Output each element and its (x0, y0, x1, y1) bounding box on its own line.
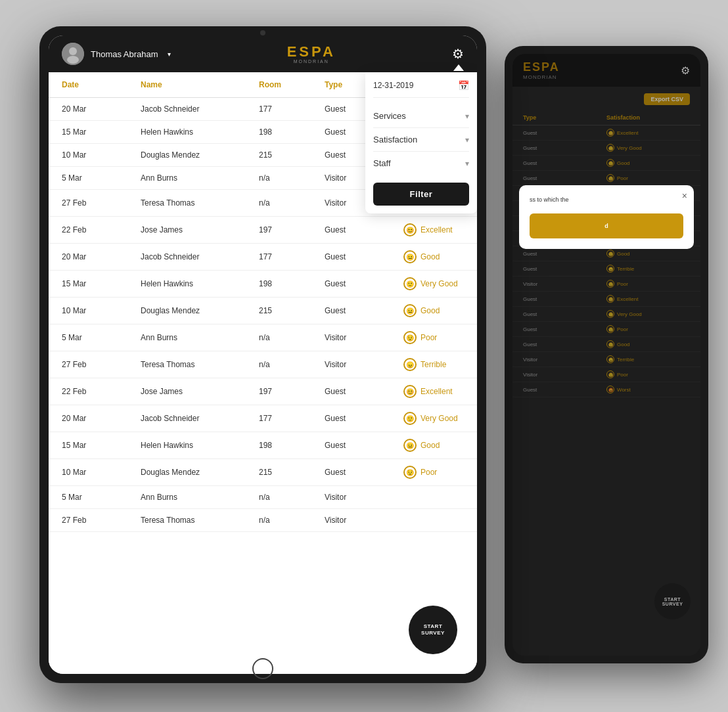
cell-name: Ann Burns (141, 493, 259, 502)
cell-name: Jacob Schneider (141, 104, 259, 114)
cell-room: 215 (259, 468, 325, 477)
cell-type: Guest (325, 279, 403, 288)
satisfaction-icon: 😊 (403, 385, 417, 398)
cell-room: n/a (259, 333, 325, 342)
cell-date: 27 Feb (62, 360, 141, 369)
cell-room: n/a (259, 516, 325, 525)
cell-date: 15 Mar (62, 279, 141, 288)
dialog-close-button[interactable]: × (682, 190, 687, 201)
cell-date: 10 Mar (62, 150, 141, 160)
satisfaction-label: Very Good (421, 279, 458, 288)
cell-type: Visitor (325, 333, 403, 342)
logo-area: ESPA MONDRIAN (287, 45, 336, 64)
app-logo-sub: MONDRIAN (287, 59, 336, 64)
cell-name: Douglas Mendez (141, 150, 259, 160)
cell-name: Ann Burns (141, 173, 259, 183)
filter-services-chevron: ▾ (465, 112, 469, 121)
cell-date: 22 Feb (62, 387, 141, 396)
filter-staff-chevron: ▾ (465, 159, 469, 168)
cell-name: Helen Hawkins (141, 441, 259, 450)
cell-name: Teresa Thomas (141, 198, 259, 208)
col-name: Name (141, 80, 259, 89)
calendar-icon[interactable]: 📅 (458, 80, 469, 91)
cell-name: Helen Hawkins (141, 279, 259, 288)
cell-room: 215 (259, 306, 325, 315)
satisfaction-label: Terrible (421, 360, 446, 369)
table-row: 15 MarHelen Hawkins198Guest😐Good (49, 432, 477, 459)
satisfaction-label: Very Good (421, 414, 458, 423)
start-survey-button[interactable]: STARTSURVEY (409, 606, 457, 654)
filter-satisfaction-item[interactable]: Satisfaction ▾ (373, 128, 469, 152)
table-row: 10 MarDouglas Mendez215Guest😟Poor (49, 459, 477, 486)
dialog-confirm-button[interactable]: d (530, 213, 683, 238)
satisfaction-icon: 😠 (403, 358, 417, 371)
cell-date: 15 Mar (62, 127, 141, 137)
satisfaction-icon: 😐 (403, 439, 417, 452)
cell-name: Jacob Schneider (141, 252, 259, 261)
cell-type: Guest (325, 225, 403, 234)
cell-name: Douglas Mendez (141, 468, 259, 477)
satisfaction-icon: 😐 (403, 250, 417, 263)
home-button[interactable] (252, 658, 273, 679)
col-date: Date (62, 80, 141, 89)
app-logo: ESPA (287, 45, 336, 59)
cell-date: 27 Feb (62, 516, 141, 525)
filter-apply-button[interactable]: Filter (373, 183, 469, 206)
svg-point-2 (67, 56, 79, 64)
satisfaction-icon: 😊 (403, 223, 417, 236)
dialog-confirm-label: d (535, 219, 678, 233)
user-dropdown-chevron[interactable]: ▾ (168, 51, 171, 58)
cell-name: Douglas Mendez (141, 306, 259, 315)
cell-satisfaction: 😠Terrible (403, 358, 464, 371)
cell-satisfaction: 😊Excellent (403, 223, 464, 236)
background-tablet: ESPA MONDRIAN ⚙ Export CSV Type Satisfac… (505, 46, 708, 663)
filter-icon-button[interactable]: ⚙ (452, 46, 464, 62)
satisfaction-icon: 🙂 (403, 277, 417, 290)
cell-satisfaction: 🙂Very Good (403, 277, 464, 290)
app-header: Thomas Abraham ▾ ESPA MONDRIAN ⚙ (49, 35, 477, 72)
satisfaction-icon: 😟 (403, 466, 417, 479)
table-row: 20 MarJacob Schneider177Guest😐Good (49, 244, 477, 271)
main-tablet: Thomas Abraham ▾ ESPA MONDRIAN ⚙ 12-31-2… (39, 26, 486, 683)
cell-room: 198 (259, 127, 325, 137)
cell-name: Ann Burns (141, 333, 259, 342)
table-row: 22 FebJose James197Guest😊Excellent (49, 217, 477, 244)
table-row: 5 MarAnn Burnsn/aVisitor (49, 486, 477, 509)
filter-staff-item[interactable]: Staff ▾ (373, 152, 469, 175)
cell-type: Guest (325, 252, 403, 261)
satisfaction-label: Good (421, 306, 440, 315)
dialog-text: ss to which the (530, 196, 683, 204)
cell-room: 215 (259, 150, 325, 160)
satisfaction-icon: 🙂 (403, 412, 417, 425)
svg-point-1 (69, 47, 77, 55)
filter-satisfaction-chevron: ▾ (465, 135, 469, 145)
table-row: 10 MarDouglas Mendez215Guest😐Good (49, 298, 477, 324)
cell-satisfaction: 😐Good (403, 439, 464, 452)
cell-type: Guest (325, 306, 403, 315)
cell-name: Jose James (141, 387, 259, 396)
cell-satisfaction: 🙂Very Good (403, 412, 464, 425)
table-row: 5 MarAnn Burnsn/aVisitor😟Poor (49, 324, 477, 351)
dialog-overlay: × ss to which the d (512, 54, 700, 656)
dialog-box: × ss to which the d (519, 185, 694, 249)
cell-date: 5 Mar (62, 493, 141, 502)
cell-satisfaction: 😊Excellent (403, 385, 464, 398)
satisfaction-label: Excellent (421, 387, 453, 396)
satisfaction-label: Excellent (421, 225, 453, 234)
filter-services-item[interactable]: Services ▾ (373, 104, 469, 128)
cell-date: 15 Mar (62, 441, 141, 450)
cell-name: Jacob Schneider (141, 414, 259, 423)
filter-staff-label: Staff (373, 158, 391, 168)
cell-room: n/a (259, 198, 325, 208)
table-row: 22 FebJose James197Guest😊Excellent (49, 378, 477, 405)
cell-name: Teresa Thomas (141, 516, 259, 525)
cell-type: Visitor (325, 516, 403, 525)
cell-room: n/a (259, 360, 325, 369)
cell-room: 198 (259, 441, 325, 450)
cell-room: 197 (259, 387, 325, 396)
cell-name: Jose James (141, 225, 259, 234)
cell-type: Visitor (325, 360, 403, 369)
cell-room: 197 (259, 225, 325, 234)
cell-date: 10 Mar (62, 306, 141, 315)
cell-type: Guest (325, 414, 403, 423)
